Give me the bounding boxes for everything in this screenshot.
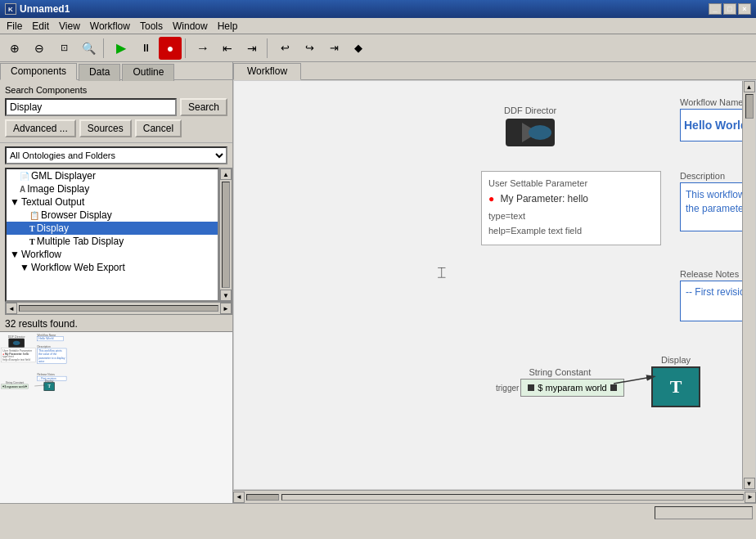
main-area: Components Data Outline Search Component… xyxy=(0,62,756,503)
ddf-director[interactable]: DDF Director xyxy=(504,106,556,146)
zoom-in-button[interactable]: ⊕ xyxy=(3,37,26,60)
left-vscroll[interactable]: ▲ ▼ xyxy=(219,168,232,302)
fit-button[interactable]: ⊡ xyxy=(52,37,75,60)
step-forward-button[interactable]: → xyxy=(191,37,214,60)
menu-edit[interactable]: Edit xyxy=(27,20,54,33)
canvas-vscroll[interactable]: ▲ ▼ xyxy=(742,81,755,489)
menu-help[interactable]: Help xyxy=(213,20,243,33)
vscroll-down-btn[interactable]: ▼ xyxy=(220,290,232,301)
run-button[interactable]: ▶ xyxy=(110,37,133,60)
tree-item-textual[interactable]: ▼ Textual Output xyxy=(7,195,218,209)
close-button[interactable]: × xyxy=(738,3,751,15)
canvas-hscroll[interactable]: ◄ ► xyxy=(233,490,756,503)
sources-button[interactable]: Sources xyxy=(79,119,132,137)
titlebar-left: K Unnamed1 xyxy=(5,3,70,15)
toolbar: ⊕ ⊖ ⊡ 🔍 ▶ ⏸ ● → ⇤ ⇥ ↩ ↪ ⇥ ◆ xyxy=(0,34,756,62)
param-type: type=text xyxy=(488,209,654,224)
search-label: Search Components xyxy=(5,85,227,95)
tab-data[interactable]: Data xyxy=(79,64,120,81)
tab-outline[interactable]: Outline xyxy=(122,64,174,81)
workflow-tab[interactable]: Workflow xyxy=(233,63,301,80)
separator-1 xyxy=(103,38,106,58)
hscroll-canvas-thumb[interactable] xyxy=(246,494,279,501)
zoom-out-button[interactable]: ⊖ xyxy=(28,37,51,60)
tree-item-browser[interactable]: 📋 Browser Display xyxy=(7,209,218,222)
menubar: File Edit View Workflow Tools Window Hel… xyxy=(0,18,756,34)
output-port xyxy=(610,384,617,391)
go-end-button[interactable]: ⇥ xyxy=(241,37,263,60)
tree-item-image[interactable]: A Image Display xyxy=(7,182,218,195)
branch-button[interactable]: ⇥ xyxy=(322,37,345,60)
display-actor-body: T xyxy=(651,366,700,407)
vscroll-down[interactable]: ▼ xyxy=(744,478,755,489)
tree-item-workflow[interactable]: ▼ Workflow xyxy=(7,248,218,261)
vscroll-up-btn[interactable]: ▲ xyxy=(220,168,232,180)
hscroll-left-btn[interactable]: ◄ xyxy=(6,303,17,314)
zoom-reset-button[interactable]: 🔍 xyxy=(77,37,100,60)
tree-item-gml[interactable]: 📄 GML Displayer xyxy=(7,169,218,182)
tree-item-webexport[interactable]: ▼ Workflow Web Export xyxy=(7,261,218,274)
display-actor[interactable]: Display T xyxy=(651,355,700,407)
connection-arrow xyxy=(234,81,756,490)
image-icon: A xyxy=(20,185,25,194)
tree-item-multitab[interactable]: T Multiple Tab Display xyxy=(7,235,218,248)
hscroll-canvas-left[interactable]: ◄ xyxy=(233,492,245,503)
webexport-expand-icon: ▼ xyxy=(20,262,29,273)
input-port xyxy=(528,384,534,391)
minimize-button[interactable]: _ xyxy=(709,3,722,15)
param-text: ● My Parameter: hello xyxy=(488,193,654,204)
param-dot: ● xyxy=(488,193,494,204)
menu-window[interactable]: Window xyxy=(168,20,213,33)
cursor: ⌶ xyxy=(438,265,446,280)
workflow-tab-bar: Workflow xyxy=(233,62,756,80)
tree-view: 📄 GML Displayer A Image Display ▼ Textua… xyxy=(5,168,219,302)
tree-hscroll[interactable]: ◄ ► xyxy=(5,302,232,315)
string-const-value: $ myparam world xyxy=(538,383,606,393)
diamond-button[interactable]: ◆ xyxy=(347,37,370,60)
string-constant-actor[interactable]: String Constant trigger $ myparam world xyxy=(496,367,624,397)
tab-components[interactable]: Components xyxy=(0,63,77,80)
separator-3 xyxy=(267,38,270,58)
titlebar: K Unnamed1 _ □ × xyxy=(0,0,756,18)
stop-button[interactable]: ● xyxy=(159,37,182,60)
user-param-title: User Settable Parameter xyxy=(488,178,654,188)
search-input[interactable] xyxy=(5,98,177,116)
menu-file[interactable]: File xyxy=(2,20,27,33)
vscroll-thumb-canvas[interactable] xyxy=(745,94,754,119)
maximize-button[interactable]: □ xyxy=(723,3,736,15)
ddf-shape xyxy=(506,119,555,146)
titlebar-controls[interactable]: _ □ × xyxy=(709,3,751,15)
forward-button[interactable]: ↪ xyxy=(298,37,321,60)
user-param-box[interactable]: User Settable Parameter ● My Parameter: … xyxy=(481,171,661,245)
preview-panel: DDF Director Workflow Name Hello World U… xyxy=(0,331,232,503)
trigger-label: trigger xyxy=(496,384,519,393)
menu-view[interactable]: View xyxy=(54,20,85,33)
pause-button[interactable]: ⏸ xyxy=(134,37,157,60)
param-help: help=Example text field xyxy=(488,224,654,239)
cancel-button[interactable]: Cancel xyxy=(135,119,182,137)
vscroll-thumb[interactable] xyxy=(222,182,230,288)
right-panel: Workflow ▲ ▼ DDF Director xyxy=(233,62,756,503)
display-actor-label: Display xyxy=(661,355,691,365)
tree-item-display[interactable]: T Display xyxy=(7,222,218,235)
advanced-button[interactable]: Advanced ... xyxy=(5,119,76,137)
hscroll-right-btn[interactable]: ► xyxy=(220,303,232,314)
search-area: Search Components Search Advanced ... So… xyxy=(0,80,232,143)
hscroll-thumb[interactable] xyxy=(19,305,218,312)
search-button[interactable]: Search xyxy=(180,98,227,116)
browser-icon: 📋 xyxy=(29,211,39,220)
results-count: 32 results found. xyxy=(0,317,232,331)
statusbar-right xyxy=(655,506,753,519)
go-start-button[interactable]: ⇤ xyxy=(216,37,239,60)
hscroll-canvas-right[interactable]: ► xyxy=(745,492,756,503)
ontology-select[interactable]: All Ontologies and Folders xyxy=(5,146,227,164)
separator-2 xyxy=(185,38,188,58)
vscroll-up[interactable]: ▲ xyxy=(744,81,755,92)
menu-tools[interactable]: Tools xyxy=(135,20,168,33)
search-buttons-row: Advanced ... Sources Cancel xyxy=(5,119,227,137)
expand-icon: ▼ xyxy=(10,196,20,208)
string-const-body: $ myparam world xyxy=(520,379,623,397)
back-button[interactable]: ↩ xyxy=(273,37,296,60)
multitab-icon: T xyxy=(29,237,35,246)
menu-workflow[interactable]: Workflow xyxy=(85,20,135,33)
